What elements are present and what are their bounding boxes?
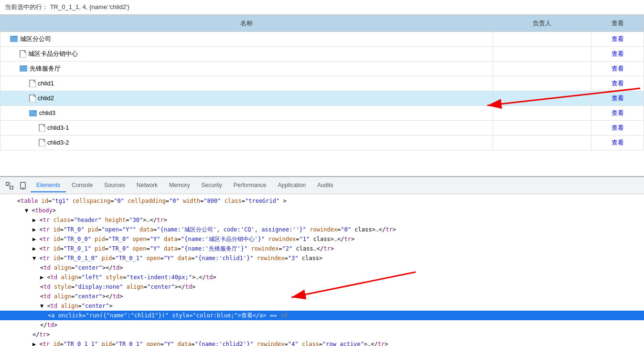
svg-marker-6 [39, 125, 45, 132]
table-row: chlid3查看 [0, 106, 644, 121]
owner-cell [493, 32, 591, 47]
page-wrapper: 当前选中的行： TR_0_1_1, 4, {name:'chlid2'} 名称 … [0, 0, 644, 346]
table-row: 城区卡品分销中心查看 [0, 47, 644, 62]
view-cell: 查看 [591, 76, 644, 91]
code-line: ▶ <td align="left" style="text-indent:40… [0, 273, 644, 282]
view-link[interactable]: 查看 [612, 124, 624, 131]
row-name: 城区卡品分销中心 [28, 50, 78, 57]
col-owner-header: 负责人 [493, 15, 591, 32]
row-name: 城区分公司 [20, 35, 51, 42]
view-link[interactable]: 查看 [612, 50, 624, 57]
col-view-header: 查看 [591, 15, 644, 32]
owner-cell [493, 76, 591, 91]
code-line: <table id="tg1" cellspacing="0" cellpadd… [0, 196, 644, 206]
name-cell: 先锋服务厅 [0, 62, 493, 76]
name-cell: chlid2 [0, 91, 493, 106]
code-line: ...<a onclick="run({"name":"chlid1"})" s… [0, 311, 644, 320]
row-name: chlid1 [38, 80, 54, 87]
row-name: chlid3-1 [47, 124, 69, 131]
file-icon [20, 50, 26, 57]
svg-marker-4 [30, 95, 36, 102]
tree-body: 城区分公司查看城区卡品分销中心查看先锋服务厅查看chlid1查看chlid2查看… [0, 32, 644, 150]
row-name: 先锋服务厅 [30, 65, 61, 72]
owner-cell [493, 91, 591, 106]
code-line: ▶ <tr id="TR_0" pid="open="Y"" data="{na… [0, 225, 644, 234]
svg-marker-3 [30, 80, 36, 87]
row-name: chlid3-2 [47, 139, 69, 146]
code-line: <td align="center"></td> [0, 292, 644, 301]
file-icon [29, 80, 35, 87]
svg-rect-5 [29, 111, 32, 112]
view-cell: 查看 [591, 32, 644, 47]
table-row: chlid2查看 [0, 91, 644, 106]
selection-indicator: ... [1, 311, 10, 320]
svg-rect-2 [20, 66, 23, 67]
info-bar: 当前选中的行： TR_0_1_1, 4, {name:'chlid2'} [0, 0, 644, 15]
code-line: <td style="display:none" align="center">… [0, 282, 644, 292]
code-line: ▶ <tr id="TR_0_1" pid="TR_0" open="Y" da… [0, 244, 644, 253]
view-link[interactable]: 查看 [612, 109, 624, 116]
devtools-tab-network[interactable]: Network [131, 179, 163, 192]
view-link[interactable]: 查看 [612, 65, 624, 72]
table-row: chlid3-1查看 [0, 121, 644, 136]
view-cell: 查看 [591, 47, 644, 62]
table-row: 城区分公司查看 [0, 32, 644, 47]
tree-table: 名称 负责人 查看 城区分公司查看城区卡品分销中心查看先锋服务厅查看chlid1… [0, 15, 644, 150]
name-cell: chlid3-2 [0, 136, 493, 150]
table-header-row: 名称 负责人 查看 [0, 15, 644, 32]
devtools-tab-console[interactable]: Console [66, 179, 98, 192]
svg-rect-8 [6, 182, 9, 185]
table-row: chlid3-2查看 [0, 136, 644, 150]
device-toggle-btn[interactable] [17, 180, 29, 191]
tree-table-wrap: 名称 负责人 查看 城区分公司查看城区卡品分销中心查看先锋服务厅查看chlid1… [0, 15, 644, 177]
devtools-tab-application[interactable]: Application [272, 179, 312, 192]
devtools-tab-sources[interactable]: Sources [98, 179, 131, 192]
file-icon [39, 139, 45, 146]
devtools-bar: ElementsConsoleSourcesNetworkMemorySecur… [0, 177, 644, 194]
folder-icon [29, 110, 37, 116]
table-row: 先锋服务厅查看 [0, 62, 644, 76]
code-line: <td align="center"></td> [0, 263, 644, 273]
view-link[interactable]: 查看 [612, 35, 624, 42]
inspect-element-btn[interactable] [4, 180, 15, 191]
code-line: ▼ <td align="center"> [0, 301, 644, 311]
code-line: ▶ <tr id="TR_0_1_1" pid="TR_0_1" open="Y… [0, 339, 644, 346]
view-cell: 查看 [591, 121, 644, 136]
name-cell: 城区卡品分销中心 [0, 47, 493, 62]
file-icon [29, 94, 35, 102]
svg-rect-9 [10, 186, 13, 189]
view-cell: 查看 [591, 91, 644, 106]
devtools-tabs: ElementsConsoleSourcesNetworkMemorySecur… [31, 179, 339, 192]
view-cell: 查看 [591, 136, 644, 150]
owner-cell [493, 62, 591, 76]
svg-marker-7 [39, 139, 45, 147]
owner-cell [493, 106, 591, 121]
view-link[interactable]: 查看 [612, 80, 624, 87]
code-line: ▼ <tr id="TR_0_1_0" pid="TR_0_1" open="Y… [0, 253, 644, 263]
code-line: </td> [0, 320, 644, 330]
name-cell: chlid1 [0, 76, 493, 91]
svg-rect-0 [10, 37, 13, 38]
devtools-tab-memory[interactable]: Memory [163, 179, 195, 192]
info-value: TR_0_1_1, 4, {name:'chlid2'} [50, 3, 129, 10]
info-label: 当前选中的行： [5, 3, 48, 10]
devtools-tab-security[interactable]: Security [195, 179, 227, 192]
table-row: chlid1查看 [0, 76, 644, 91]
name-cell: chlid3-1 [0, 121, 493, 136]
devtools-tab-elements[interactable]: Elements [31, 179, 66, 192]
view-cell: 查看 [591, 62, 644, 76]
col-name-header: 名称 [0, 15, 493, 32]
view-link[interactable]: 查看 [612, 94, 624, 102]
folder-icon [10, 36, 18, 42]
row-name: chlid3 [39, 109, 55, 116]
devtools-tab-performance[interactable]: Performance [228, 179, 272, 192]
devtools-code[interactable]: <table id="tg1" cellspacing="0" cellpadd… [0, 194, 644, 346]
owner-cell [493, 136, 591, 150]
owner-cell [493, 47, 591, 62]
devtools-tab-audits[interactable]: Audits [311, 179, 339, 192]
view-link[interactable]: 查看 [612, 139, 624, 146]
name-cell: 城区分公司 [0, 32, 493, 47]
code-line: ▶ <tr class="header" height="30">…</tr> [0, 215, 644, 225]
code-line: ▶ <tr id="TR_0_0" pid="TR_0" open="Y" da… [0, 234, 644, 244]
code-line: ▼ <tbody> [0, 206, 644, 215]
